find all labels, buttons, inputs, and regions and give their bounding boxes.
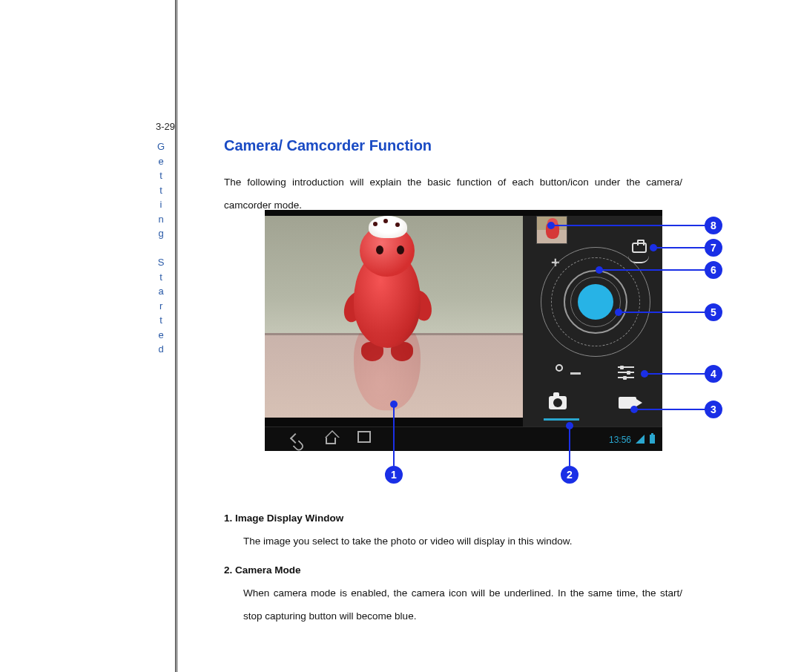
callout-lead bbox=[621, 312, 706, 313]
list-item-heading: 2. Camera Mode bbox=[224, 559, 682, 582]
section-label-vertical: Getting Started bbox=[157, 139, 166, 357]
callout-lead bbox=[393, 406, 395, 466]
callout-1: 1 bbox=[385, 466, 403, 484]
list-item-body: The image you select to take the photo o… bbox=[224, 530, 682, 553]
list-item-body: When camera mode is enabled, the camera … bbox=[224, 582, 682, 627]
callout-lead bbox=[647, 373, 706, 375]
image-display-window bbox=[265, 216, 548, 418]
camera-mode-icon[interactable] bbox=[549, 396, 567, 409]
gallery-thumbnail[interactable] bbox=[536, 216, 567, 244]
section-title: Camera/ Camcorder Function bbox=[224, 137, 682, 154]
camera-controls-panel: + bbox=[523, 216, 662, 426]
zoom-out-icon[interactable] bbox=[570, 372, 581, 375]
callout-2: 2 bbox=[561, 466, 578, 484]
callout-lead bbox=[601, 269, 706, 271]
callout-4: 4 bbox=[705, 365, 722, 383]
home-icon[interactable] bbox=[326, 433, 340, 445]
callout-lead bbox=[553, 225, 706, 226]
callout-3: 3 bbox=[705, 401, 722, 418]
page-divider bbox=[175, 0, 177, 672]
battery-icon bbox=[650, 435, 655, 444]
switch-camera-icon[interactable] bbox=[630, 243, 649, 259]
callout-lead bbox=[656, 247, 706, 248]
callout-8: 8 bbox=[705, 217, 722, 234]
callout-6: 6 bbox=[705, 261, 722, 279]
feature-list: 1. Image Display Window The image you se… bbox=[224, 501, 682, 627]
exposure-icon[interactable] bbox=[556, 364, 563, 372]
callout-7: 7 bbox=[705, 239, 722, 257]
android-navbar: 13:56 bbox=[265, 426, 662, 451]
page-number: 3-29 bbox=[156, 121, 175, 132]
callout-lead bbox=[636, 409, 706, 410]
recent-apps-icon[interactable] bbox=[360, 433, 375, 445]
callout-5: 5 bbox=[705, 303, 722, 321]
back-icon[interactable] bbox=[291, 433, 306, 445]
camera-app-screenshot: + 13:56 bbox=[265, 210, 662, 451]
callout-lead bbox=[569, 428, 570, 466]
settings-sliders-icon[interactable] bbox=[618, 364, 634, 381]
signal-icon bbox=[636, 435, 645, 444]
camera-mode-underline bbox=[544, 418, 579, 421]
list-item-heading: 1. Image Display Window bbox=[224, 507, 682, 530]
status-clock: 13:56 bbox=[609, 435, 631, 445]
shutter-button[interactable] bbox=[578, 284, 613, 320]
